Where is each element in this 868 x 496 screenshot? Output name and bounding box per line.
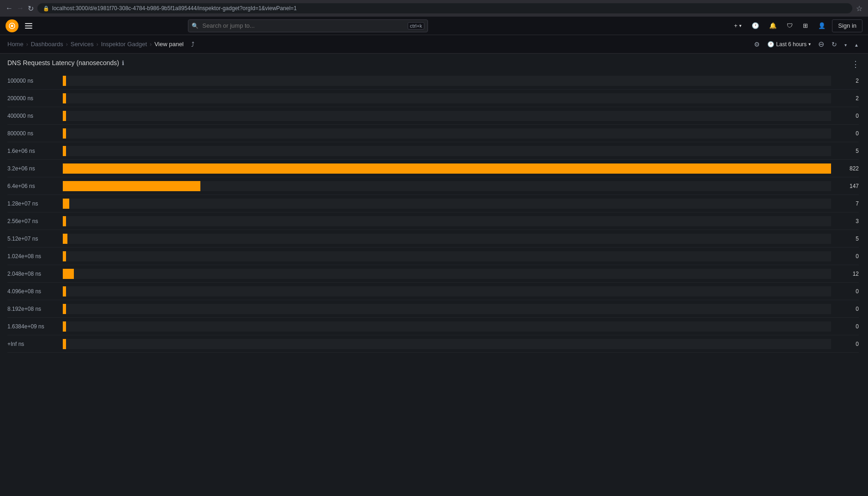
bar-label: 400000 ns bbox=[7, 113, 63, 119]
search-icon: 🔍 bbox=[192, 23, 199, 29]
grafana-logo[interactable] bbox=[6, 19, 18, 32]
breadcrumb-sep-2: › bbox=[66, 41, 68, 48]
profile-button[interactable]: 👤 bbox=[814, 19, 829, 32]
time-range-button[interactable]: 🕐 Last 6 hours ▾ bbox=[766, 39, 813, 49]
breadcrumb-inspektor-gadget[interactable]: Inspektor Gadget bbox=[101, 41, 147, 48]
zoom-out-button[interactable]: ⊖ bbox=[816, 38, 826, 50]
apps-button[interactable]: ⊞ bbox=[799, 19, 812, 32]
bar-label: 100000 ns bbox=[7, 78, 63, 84]
bar-label: 1.6384e+09 ns bbox=[7, 323, 63, 330]
zoom-out-icon: ⊖ bbox=[818, 40, 824, 48]
bar-row: 1.6e+06 ns 5 bbox=[7, 142, 859, 160]
bar-row: 2.56e+07 ns 3 bbox=[7, 212, 859, 230]
grid-icon: ⊞ bbox=[803, 22, 808, 29]
panel-header: DNS Requests Latency (nanoseconds) ℹ bbox=[7, 59, 861, 67]
bar-value: 12 bbox=[831, 271, 859, 277]
bar-value: 0 bbox=[831, 323, 859, 330]
bar-track bbox=[63, 181, 831, 191]
collapse-button[interactable]: ▲ bbox=[852, 39, 861, 50]
breadcrumb-sep-3: › bbox=[96, 41, 98, 48]
bar-value: 0 bbox=[831, 130, 859, 137]
svg-rect-3 bbox=[25, 25, 32, 26]
forward-button[interactable]: → bbox=[17, 4, 24, 12]
bar-label: 4.096e+08 ns bbox=[7, 288, 63, 295]
bar-row: 1.28e+07 ns 7 bbox=[7, 195, 859, 212]
bar-value: 5 bbox=[831, 148, 859, 154]
breadcrumb-home[interactable]: Home bbox=[7, 41, 24, 48]
bar-chart: 100000 ns 2 200000 ns 2 400000 ns 0 8000… bbox=[7, 72, 861, 496]
bar-label: 1.6e+06 ns bbox=[7, 148, 63, 154]
refresh-button[interactable]: ↻ bbox=[830, 39, 839, 50]
bar-row: +Inf ns 0 bbox=[7, 335, 859, 353]
search-shortcut: ctrl+k bbox=[408, 22, 425, 30]
bar-fill bbox=[63, 269, 74, 279]
breadcrumb-dashboards[interactable]: Dashboards bbox=[31, 41, 63, 48]
chevron-down-icon: ▾ bbox=[808, 42, 811, 47]
hamburger-menu[interactable] bbox=[22, 19, 35, 32]
bar-label: 1.024e+08 ns bbox=[7, 253, 63, 260]
bar-label: 2.048e+08 ns bbox=[7, 271, 63, 277]
bar-value: 822 bbox=[831, 165, 859, 172]
panel-menu-button[interactable]: ⋮ bbox=[849, 58, 862, 70]
bar-fill bbox=[63, 339, 66, 349]
bar-label: 8.192e+08 ns bbox=[7, 306, 63, 312]
bar-track bbox=[63, 304, 831, 314]
clock-icon: 🕐 bbox=[752, 22, 759, 29]
reload-button[interactable]: ↻ bbox=[28, 4, 34, 13]
bar-label: 6.4e+06 ns bbox=[7, 183, 63, 189]
bar-label: +Inf ns bbox=[7, 341, 63, 347]
svg-rect-2 bbox=[25, 23, 32, 24]
new-button[interactable]: + ▾ bbox=[730, 19, 746, 32]
user-icon: 👤 bbox=[818, 22, 826, 29]
bookmark-button[interactable]: ☆ bbox=[856, 4, 862, 13]
notification-button[interactable]: 🔔 bbox=[766, 19, 780, 32]
bar-row: 800000 ns 0 bbox=[7, 125, 859, 142]
bar-fill bbox=[63, 163, 831, 174]
bar-fill bbox=[63, 181, 200, 191]
bar-track bbox=[63, 321, 831, 332]
breadcrumb-sep-1: › bbox=[26, 41, 28, 48]
breadcrumb-bar: Home › Dashboards › Services › Inspektor… bbox=[0, 35, 868, 54]
bar-value: 0 bbox=[831, 253, 859, 260]
bar-track bbox=[63, 234, 831, 244]
bar-label: 5.12e+07 ns bbox=[7, 236, 63, 242]
refresh-dropdown-button[interactable]: ▾ bbox=[843, 39, 849, 50]
bar-row: 4.096e+08 ns 0 bbox=[7, 283, 859, 300]
bar-row: 100000 ns 2 bbox=[7, 72, 859, 90]
bar-label: 200000 ns bbox=[7, 95, 63, 102]
bar-fill bbox=[63, 304, 66, 314]
topbar: 🔍 ctrl+k + ▾ 🕐 🔔 🛡 ⊞ 👤 Sign in bbox=[0, 17, 868, 35]
bar-track bbox=[63, 111, 831, 121]
bar-track bbox=[63, 339, 831, 349]
bar-row: 400000 ns 0 bbox=[7, 107, 859, 125]
bar-fill bbox=[63, 146, 66, 156]
bar-fill bbox=[63, 111, 66, 121]
gear-icon: ⚙ bbox=[754, 41, 760, 48]
clock-button[interactable]: 🕐 bbox=[748, 19, 763, 32]
shield-button[interactable]: 🛡 bbox=[783, 19, 796, 32]
bar-value: 2 bbox=[831, 78, 859, 84]
share-button[interactable]: ⤴ bbox=[189, 39, 196, 50]
bar-track bbox=[63, 93, 831, 103]
back-button[interactable]: ← bbox=[6, 4, 13, 12]
svg-point-1 bbox=[11, 24, 13, 27]
bar-fill bbox=[63, 199, 69, 209]
info-icon[interactable]: ℹ bbox=[122, 60, 124, 67]
panel-title: DNS Requests Latency (nanoseconds) bbox=[7, 59, 119, 67]
bar-track bbox=[63, 251, 831, 261]
breadcrumb-services[interactable]: Services bbox=[71, 41, 94, 48]
lock-icon: 🔒 bbox=[43, 6, 49, 12]
bar-label: 2.56e+07 ns bbox=[7, 218, 63, 224]
sign-in-button[interactable]: Sign in bbox=[832, 19, 862, 32]
bar-row: 1.6384e+09 ns 0 bbox=[7, 318, 859, 335]
bar-fill bbox=[63, 128, 66, 139]
chevron-up-icon: ▲ bbox=[854, 42, 859, 48]
bar-row: 1.024e+08 ns 0 bbox=[7, 248, 859, 265]
refresh-icon: ↻ bbox=[832, 41, 837, 48]
bar-row: 5.12e+07 ns 5 bbox=[7, 230, 859, 248]
search-input[interactable] bbox=[188, 19, 428, 32]
svg-rect-4 bbox=[25, 28, 32, 29]
settings-button[interactable]: ⚙ bbox=[752, 39, 762, 50]
plus-icon: + bbox=[734, 22, 738, 29]
bar-row: 8.192e+08 ns 0 bbox=[7, 300, 859, 318]
